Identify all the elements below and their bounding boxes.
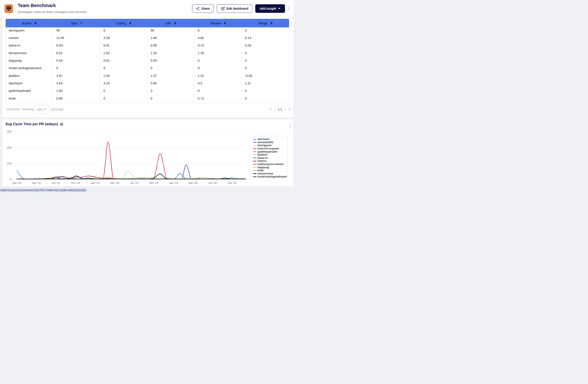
svg-text:Apr '23: Apr '23 — [110, 181, 119, 184]
svg-text:Apr '22: Apr '22 — [32, 181, 41, 184]
svg-text:Jan '23: Jan '23 — [91, 181, 100, 184]
svg-text:Jan '22: Jan '22 — [12, 181, 21, 184]
svg-text:Jul '23: Jul '23 — [130, 181, 138, 184]
svg-text:100: 100 — [7, 162, 12, 165]
svg-text:Oct '24: Oct '24 — [227, 181, 237, 184]
svg-text:0: 0 — [10, 178, 12, 181]
svg-text:Oct '22: Oct '22 — [71, 181, 80, 184]
svg-text:200: 200 — [7, 146, 12, 149]
svg-text:300: 300 — [7, 130, 12, 133]
svg-text:Oct '23: Oct '23 — [149, 181, 158, 184]
svg-text:Jan '24: Jan '24 — [169, 181, 178, 184]
svg-text:Jul '22: Jul '22 — [52, 181, 60, 184]
svg-text:Jul '24: Jul '24 — [208, 181, 217, 184]
svg-text:Apr '24: Apr '24 — [189, 181, 198, 184]
